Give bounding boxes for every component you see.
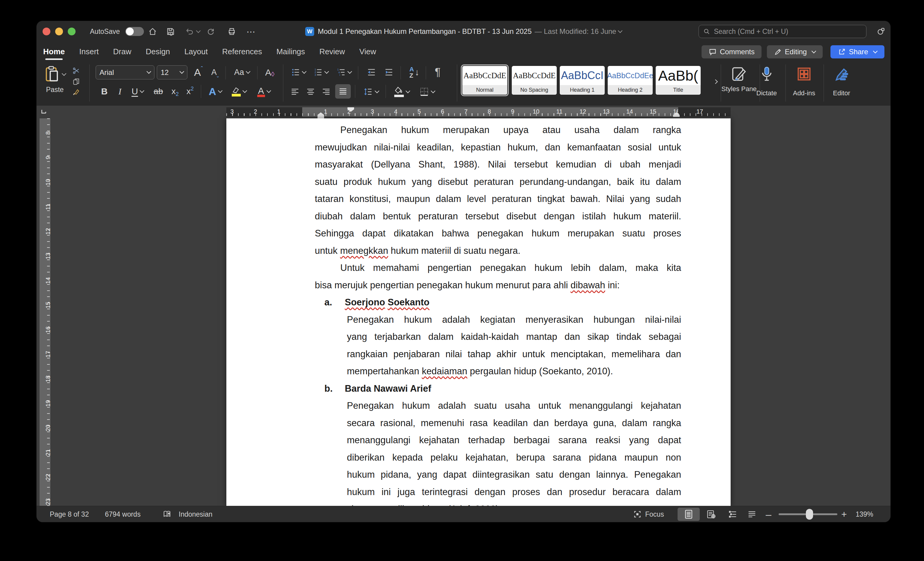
styles-gallery-expand-button[interactable]	[709, 76, 720, 88]
style-heading-1[interactable]: AaBbCcIHeading 1	[560, 66, 605, 95]
page[interactable]: Penegakan hukum merupakan upaya atau usa…	[226, 118, 730, 506]
numbering-button[interactable]: 123	[311, 65, 331, 79]
dictate-button[interactable]	[756, 65, 778, 83]
multilevel-list-button[interactable]: 1ai	[334, 65, 354, 79]
underline-button[interactable]: U	[127, 85, 148, 97]
tab-mailings[interactable]: Mailings	[276, 42, 306, 61]
italic-button[interactable]: I	[113, 85, 126, 97]
strikethrough-button[interactable]: ab	[150, 85, 167, 97]
search-input[interactable]	[713, 27, 862, 36]
superscript-button[interactable]: x2	[182, 85, 198, 97]
search-box[interactable]	[699, 25, 866, 38]
clear-formatting-button[interactable]: A◊	[262, 65, 278, 79]
zoom-percentage[interactable]: 139%	[856, 506, 873, 522]
comments-button[interactable]: Comments	[702, 45, 762, 58]
increase-indent-button[interactable]	[381, 65, 397, 79]
paste-button[interactable]	[44, 64, 66, 84]
text-line[interactable]: sistem peradilan pidana (Arief, 2002).	[347, 503, 681, 506]
print-button[interactable]	[227, 21, 236, 42]
zoom-slider-thumb[interactable]	[806, 509, 813, 520]
tab-draw[interactable]: Draw	[112, 42, 132, 61]
show-marks-button[interactable]: ¶	[430, 65, 446, 80]
text-line[interactable]: secara rasional, memenuhi rasa keadilan …	[347, 417, 681, 432]
bullets-button[interactable]	[288, 65, 308, 79]
autosave-toggle[interactable]	[125, 27, 144, 36]
undo-button[interactable]	[185, 21, 200, 42]
shading-button[interactable]	[390, 85, 413, 98]
document-title[interactable]: W Modul 1 Penegakan Hukum Pertambangan -…	[305, 21, 622, 42]
close-window-button[interactable]	[43, 28, 50, 35]
share-button[interactable]: Share	[831, 45, 884, 58]
style-heading-2[interactable]: AaBbCcDdEeHeading 2	[608, 66, 652, 95]
tab-view[interactable]: View	[359, 42, 377, 61]
language-indicator[interactable]: Indonesian	[178, 506, 213, 522]
addins-button[interactable]	[792, 65, 816, 83]
more-commands-button[interactable]: ⋯	[246, 21, 256, 42]
grow-font-button[interactable]: Aˆ	[190, 65, 206, 79]
font-name-select[interactable]: Arial	[96, 65, 154, 79]
page-indicator[interactable]: Page 8 of 32	[50, 506, 89, 522]
text-line[interactable]: Penegakan hukum merupakan upaya atau usa…	[340, 123, 681, 138]
subscript-button[interactable]: x2	[167, 85, 183, 97]
text-line[interactable]: tataran konstitusi, maupun dalam level p…	[315, 192, 681, 207]
style-title[interactable]: AaBb(Title	[656, 66, 700, 95]
borders-button[interactable]	[415, 85, 439, 98]
format-painter-button[interactable]	[70, 88, 82, 97]
text-effects-button[interactable]: A	[204, 85, 226, 97]
editor-button[interactable]	[830, 65, 854, 83]
style-normal[interactable]: AaBbCcDdENormal	[462, 66, 507, 95]
text-line[interactable]: diubah dalam bentuk peraturan tersebut d…	[315, 210, 681, 225]
styles-pane-button[interactable]	[723, 65, 756, 83]
zoom-window-button[interactable]	[68, 28, 75, 35]
font-size-select[interactable]: 12	[157, 65, 188, 79]
tab-insert[interactable]: Insert	[78, 42, 99, 61]
tab-references[interactable]: References	[222, 42, 262, 61]
word-count[interactable]: 6794 words	[105, 506, 141, 522]
text-line[interactable]: diberikan kepada pelaku kejahatan, berup…	[347, 451, 681, 466]
text-line[interactable]: a.Soerjono Soekanto	[345, 296, 681, 311]
text-line[interactable]: b.Barda Nawawi Arief	[345, 382, 681, 397]
text-line[interactable]: mempertahankan kedaiaman pergaulan hidup…	[347, 365, 681, 380]
save-button[interactable]	[166, 21, 175, 42]
align-center-button[interactable]	[303, 85, 318, 98]
tab-review[interactable]: Review	[319, 42, 345, 61]
text-line[interactable]: masyarakat (Dellyana Shant, 1988). Nilai…	[315, 158, 681, 173]
text-line[interactable]: Untuk memahami pengertian penegakan huku…	[340, 261, 681, 276]
text-line[interactable]: Sehingga dapat dikatakan bahwa penegakan…	[315, 227, 681, 242]
spellcheck-status[interactable]	[162, 506, 171, 522]
tab-stop-selector[interactable]	[38, 107, 49, 117]
line-spacing-button[interactable]	[360, 85, 382, 98]
cut-button[interactable]	[70, 66, 82, 75]
text-line[interactable]: bisa merujuk pengertian penegakan hukum …	[315, 279, 681, 294]
font-color-button[interactable]: A	[253, 85, 274, 97]
change-case-button[interactable]: Aa	[231, 65, 253, 79]
home-button[interactable]	[148, 21, 157, 42]
text-line[interactable]: hukum pidana, yang dapat diintegrasikan …	[347, 468, 681, 483]
text-line[interactable]: Penegakan hukum adalah suatu usaha untuk…	[347, 399, 681, 414]
bold-button[interactable]: B	[98, 85, 111, 97]
zoom-in-button[interactable]: +	[841, 506, 847, 522]
text-line[interactable]: rangkaian penjabaran nilai tahap akhir u…	[347, 348, 681, 363]
tab-design[interactable]: Design	[145, 42, 171, 61]
minimize-window-button[interactable]	[55, 28, 63, 35]
text-line[interactable]: yang terjabarkan dalam kaidah-kaidah man…	[347, 330, 681, 345]
sort-button[interactable]: A Z ↓	[405, 65, 423, 80]
focus-button[interactable]: Focus	[633, 506, 664, 522]
text-line[interactable]: menanggulangi kejahatan terhadap berbaga…	[347, 434, 681, 449]
highlight-button[interactable]	[228, 85, 250, 97]
decrease-indent-button[interactable]	[363, 65, 380, 79]
text-line[interactable]: hukum ini juga terintegrasi dengan prose…	[347, 485, 681, 500]
align-right-button[interactable]	[319, 85, 333, 98]
web-layout-view-button[interactable]	[702, 508, 721, 521]
account-button[interactable]	[876, 21, 886, 42]
text-line[interactable]: mewujudkan nilai-nilai keadilan, kepasti…	[315, 141, 681, 156]
print-layout-view-button[interactable]	[678, 508, 700, 521]
editing-mode-button[interactable]: Editing	[767, 45, 823, 58]
align-justify-button[interactable]	[335, 84, 351, 99]
style-no-spacing[interactable]: AaBbCcDdENo Spacing	[512, 66, 557, 95]
draft-view-button[interactable]	[743, 508, 761, 521]
outline-view-button[interactable]	[724, 508, 742, 521]
redo-button[interactable]	[206, 21, 215, 42]
copy-button[interactable]	[70, 77, 82, 86]
tab-layout[interactable]: Layout	[184, 42, 208, 61]
